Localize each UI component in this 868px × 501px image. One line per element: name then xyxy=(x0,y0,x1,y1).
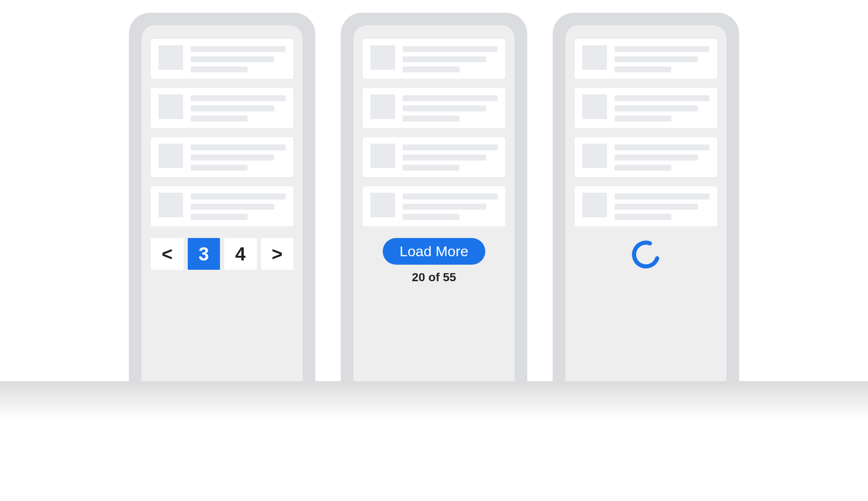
list-item xyxy=(363,137,505,177)
thumbnail-placeholder xyxy=(582,94,607,119)
list-item xyxy=(363,88,505,128)
list-item xyxy=(151,137,293,177)
list-item xyxy=(575,186,717,226)
text-placeholder xyxy=(191,94,286,122)
thumbnail-placeholder xyxy=(159,144,183,168)
load-more-count: 20 of 55 xyxy=(412,271,456,284)
load-more-button[interactable]: Load More xyxy=(383,238,486,265)
loading-spinner-icon xyxy=(631,240,661,269)
list-item xyxy=(575,39,717,79)
thumbnail-placeholder xyxy=(582,45,607,70)
thumbnail-placeholder xyxy=(370,144,395,168)
page-button[interactable]: 4 xyxy=(224,238,257,270)
thumbnail-placeholder xyxy=(582,193,607,217)
list-item xyxy=(363,186,505,226)
list-item xyxy=(151,186,293,226)
text-placeholder xyxy=(615,94,709,122)
load-more-area: Load More 20 of 55 xyxy=(363,238,505,284)
list-item xyxy=(575,137,717,177)
thumbnail-placeholder xyxy=(370,45,395,70)
screen-infinite-scroll xyxy=(565,25,726,381)
device-infinite-scroll xyxy=(553,13,739,381)
thumbnail-placeholder xyxy=(582,144,607,168)
prev-page-button[interactable]: < xyxy=(151,238,184,270)
next-page-button[interactable]: > xyxy=(261,238,294,270)
screen-pagination: < 3 4 > xyxy=(142,25,303,381)
list-item xyxy=(151,39,293,79)
text-placeholder xyxy=(403,144,498,171)
thumbnail-placeholder xyxy=(159,94,183,119)
thumbnail-placeholder xyxy=(159,193,183,217)
text-placeholder xyxy=(403,193,498,220)
thumbnail-placeholder xyxy=(370,94,395,119)
text-placeholder xyxy=(191,193,286,220)
loading-area xyxy=(575,240,717,269)
device-pagination: < 3 4 > xyxy=(129,13,315,381)
shadow-strip xyxy=(0,381,868,419)
pagination-bar: < 3 4 > xyxy=(151,238,293,270)
text-placeholder xyxy=(403,94,498,122)
list-item xyxy=(363,39,505,79)
thumbnail-placeholder xyxy=(370,193,395,217)
text-placeholder xyxy=(615,45,709,72)
list-item xyxy=(575,88,717,128)
text-placeholder xyxy=(403,45,498,72)
thumbnail-placeholder xyxy=(159,45,183,70)
list-item xyxy=(151,88,293,128)
screen-loadmore: Load More 20 of 55 xyxy=(353,25,515,381)
page-button-current[interactable]: 3 xyxy=(188,238,220,270)
device-row: < 3 4 > xyxy=(0,0,868,381)
text-placeholder xyxy=(615,193,709,220)
svg-point-0 xyxy=(631,240,661,269)
device-loadmore: Load More 20 of 55 xyxy=(341,13,527,381)
text-placeholder xyxy=(615,144,709,171)
text-placeholder xyxy=(191,144,286,171)
text-placeholder xyxy=(191,45,286,72)
